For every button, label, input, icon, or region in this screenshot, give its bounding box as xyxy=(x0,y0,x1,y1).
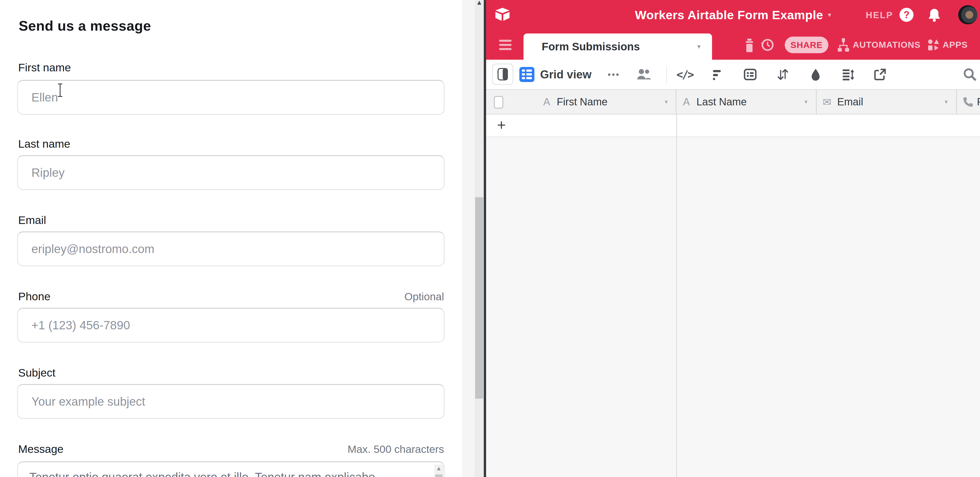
collaborators-icon[interactable] xyxy=(636,67,652,82)
column-divider[interactable] xyxy=(816,90,817,114)
email-input[interactable] xyxy=(17,231,445,266)
automations-button[interactable]: AUTOMATIONS xyxy=(837,30,921,60)
textarea-scroll-up-icon[interactable]: ▲ xyxy=(434,465,444,472)
apps-icon xyxy=(928,39,940,51)
phone-label: Phone xyxy=(18,290,50,303)
user-avatar[interactable] xyxy=(958,5,977,24)
view-bar-separator xyxy=(666,65,667,84)
message-label: Message xyxy=(18,443,64,455)
color-icon[interactable] xyxy=(808,67,823,82)
phone-optional-note: Optional xyxy=(404,291,444,303)
message-textarea[interactable]: Tenetur optio quaerat expedita vero et i… xyxy=(17,461,445,477)
column-divider[interactable] xyxy=(956,90,957,114)
add-row-plus-icon[interactable]: + xyxy=(497,117,506,133)
textarea-scroll-thumb[interactable] xyxy=(435,474,442,477)
column-caret-icon[interactable]: ▾ xyxy=(665,90,668,114)
contact-form-pane: Send us a message First name Last name E… xyxy=(0,0,462,477)
frozen-column-divider[interactable] xyxy=(676,114,677,477)
subject-input[interactable] xyxy=(17,384,445,419)
apps-button[interactable]: APPS xyxy=(928,30,968,60)
last-name-input[interactable] xyxy=(17,155,445,190)
row-height-icon[interactable] xyxy=(841,67,856,82)
column-header-first-name[interactable]: First Name xyxy=(557,90,608,114)
window-divider xyxy=(484,0,486,477)
group-icon[interactable] xyxy=(743,67,758,82)
share-button[interactable]: SHARE xyxy=(785,36,828,53)
search-icon[interactable] xyxy=(963,68,977,81)
table-tab-caret-icon[interactable]: ▾ xyxy=(697,43,701,51)
history-icon[interactable] xyxy=(761,38,774,52)
first-name-input[interactable] xyxy=(17,80,445,115)
column-header-phone[interactable]: Phone xyxy=(977,90,980,114)
sort-icon[interactable] xyxy=(776,67,791,82)
help-button[interactable]: HELP xyxy=(866,10,893,20)
phone-input[interactable] xyxy=(17,308,445,342)
column-header-last-name[interactable]: Last Name xyxy=(697,90,746,114)
select-all-checkbox[interactable] xyxy=(494,96,503,108)
page-scrollbar-up-icon[interactable]: ▲ xyxy=(475,0,484,6)
column-divider[interactable] xyxy=(676,90,676,114)
email-field-icon: ✉ xyxy=(822,90,832,114)
text-field-icon: A xyxy=(683,90,690,114)
apps-label: APPS xyxy=(943,40,968,50)
column-caret-icon[interactable]: ▾ xyxy=(805,90,808,114)
question-icon[interactable]: ? xyxy=(899,8,913,22)
add-row[interactable]: + xyxy=(486,114,980,137)
base-title[interactable]: Workers Airtable Form Example xyxy=(635,8,823,22)
table-tab-label: Form Submissions xyxy=(542,41,640,53)
airtable-pane: Workers Airtable Form Example ▾ HELP ? F… xyxy=(486,0,980,477)
email-label: Email xyxy=(18,214,46,227)
view-name[interactable]: Grid view xyxy=(540,68,592,81)
phone-field-icon xyxy=(962,90,974,114)
text-cursor-icon xyxy=(58,83,63,98)
first-name-label: First name xyxy=(18,61,71,74)
grid-view-icon[interactable] xyxy=(519,67,535,82)
automations-icon xyxy=(837,38,850,52)
last-name-label: Last name xyxy=(18,138,70,150)
column-header-email[interactable]: Email xyxy=(837,90,863,114)
page-scrollbar-thumb[interactable] xyxy=(475,197,483,399)
screen: Send us a message First name Last name E… xyxy=(0,0,980,477)
column-caret-icon[interactable]: ▾ xyxy=(945,90,948,114)
subject-label: Subject xyxy=(18,366,55,379)
filter-icon[interactable] xyxy=(710,67,725,82)
tables-menu-icon[interactable] xyxy=(499,40,512,50)
notifications-bell-icon[interactable] xyxy=(928,8,941,22)
automations-label: AUTOMATIONS xyxy=(853,40,921,50)
text-field-icon: A xyxy=(543,90,550,114)
grid-header-row: A First Name ▾ A Last Name ▾ ✉ Email ▾ P… xyxy=(486,89,980,114)
form-title: Send us a message xyxy=(19,17,151,34)
share-view-icon[interactable] xyxy=(872,67,888,82)
base-title-caret-icon[interactable]: ▾ xyxy=(828,11,831,19)
hide-fields-icon[interactable]: </> xyxy=(677,67,692,82)
table-tab-form-submissions[interactable]: Form Submissions ▾ xyxy=(523,33,712,60)
message-max-note: Max. 500 characters xyxy=(348,443,444,455)
view-sidebar-toggle-button[interactable] xyxy=(492,63,513,85)
trash-icon[interactable] xyxy=(744,39,755,52)
view-bar: Grid view ••• </> xyxy=(486,60,980,89)
view-options-ellipsis-icon[interactable]: ••• xyxy=(608,70,620,80)
left-pane-gutter xyxy=(462,0,475,477)
airtable-toolbar: Form Submissions ▾ SHARE xyxy=(486,30,980,60)
airtable-top-bar: Workers Airtable Form Example ▾ HELP ? xyxy=(486,0,980,30)
